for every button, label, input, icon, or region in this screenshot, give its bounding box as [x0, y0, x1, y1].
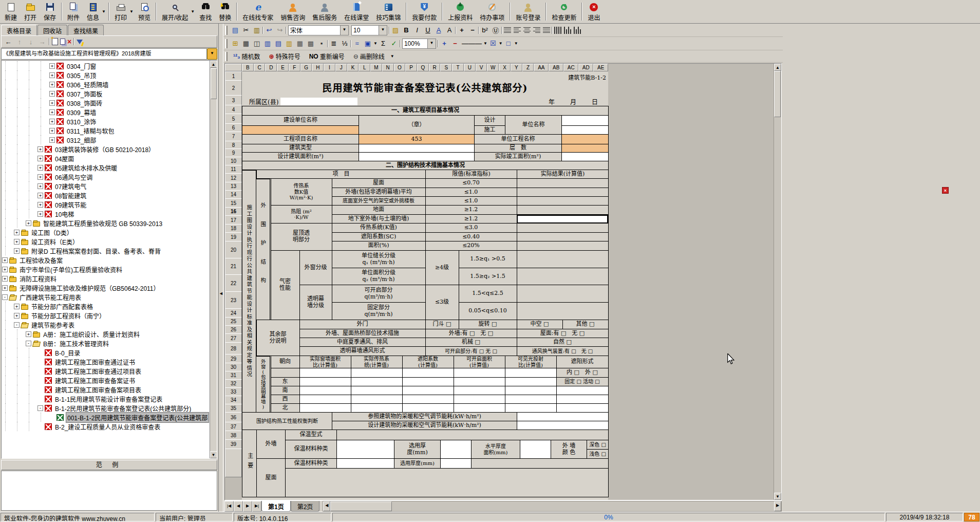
design-energy-value[interactable] [517, 421, 609, 430]
tree-item-label[interactable]: 广西建筑节能工程用表 [18, 292, 82, 302]
section1-header[interactable]: 一、建筑工程项目基本情况 [242, 106, 609, 116]
column-header-N[interactable]: N [382, 64, 394, 71]
column-header-D[interactable]: D [265, 64, 277, 71]
toolbar-grip[interactable] [225, 26, 228, 35]
forward-arrow-icon[interactable]: → [37, 38, 47, 46]
row-header-31[interactable]: 31 [225, 371, 242, 380]
merge-cells-icon[interactable]: ▦ [241, 39, 251, 49]
dropdown-arrow-icon[interactable]: ▼ [373, 41, 378, 46]
tree-item[interactable]: +附录D 工程档案案卷封面、目录、备考表、脊背 [2, 246, 210, 255]
unit-project-value[interactable] [562, 135, 609, 144]
dropdown-arrow-icon[interactable]: ▼ [102, 9, 106, 14]
scroll-left-icon[interactable]: ◀ [323, 501, 330, 511]
row-header-9[interactable]: 9 [225, 148, 242, 157]
data-cell[interactable] [454, 368, 505, 378]
split-cells-icon[interactable]: ◫ [252, 39, 262, 49]
template-selector[interactable]: 《房屋建筑与市政基础设施工程资料管理规程》2018房建版 ▼ [1, 48, 217, 60]
bridge-roof-cell[interactable]: 屋面:有 □ 无 □ [517, 329, 608, 338]
last-sheet-icon[interactable]: ▶| [252, 501, 261, 512]
tree-item[interactable]: +0312_细部 [2, 135, 210, 144]
font-effect-icon[interactable]: A [444, 25, 455, 35]
data-cell[interactable] [299, 378, 351, 386]
data-cell[interactable] [351, 386, 402, 395]
tree-item[interactable]: +建筑工程施工图审查备案证书 [2, 376, 210, 385]
roof-thickness-label[interactable]: 选用厚度(mm) [394, 459, 441, 469]
tree-item[interactable]: +0306_轻质隔墙 [2, 80, 210, 89]
tab-table-catalog[interactable]: 表格目录 [1, 25, 37, 35]
design-area-value[interactable] [359, 153, 475, 161]
sheet-hscrollbar[interactable]: ◀ ▶ [323, 501, 782, 512]
south-label[interactable]: 南 [271, 386, 299, 395]
tree-scrollbar[interactable]: ▲ ▼ [210, 61, 217, 458]
ref-energy-value[interactable] [517, 413, 609, 421]
insulation-material-value[interactable] [337, 440, 394, 459]
data-cell[interactable] [556, 395, 608, 404]
tree-item-label[interactable]: B册：施工技术管理资料 [42, 339, 110, 348]
door-d-cell[interactable]: 其他 □ [562, 320, 608, 329]
tab-recycle-bin[interactable]: 回收站 [37, 25, 67, 35]
font-color-icon[interactable]: A [434, 25, 444, 35]
template-selector-drop-icon[interactable]: ▼ [207, 48, 217, 60]
build-unit-label[interactable]: 建设单位名称 [242, 116, 359, 126]
data-cell[interactable] [454, 378, 505, 386]
row-header-36[interactable]: 36 [225, 412, 242, 422]
new-button[interactable]: 新建 [1, 1, 21, 23]
collapse-icon[interactable]: - [26, 341, 31, 346]
tree-item[interactable]: +10电梯 [2, 209, 210, 218]
insulation-type-label[interactable]: 保温型式 [286, 430, 337, 440]
item-header[interactable]: 项 目 [257, 170, 426, 179]
row-header-11[interactable]: 11 [225, 165, 242, 174]
tree-item-label[interactable]: 无障碍设施施工验收及维护规范（GB50642-2011） [18, 283, 161, 293]
fill-pattern-dropdown[interactable]: □ [503, 39, 514, 49]
collapse-icon[interactable]: - [37, 405, 43, 411]
heat-transfer-header[interactable]: 实际传热系 统(计算值) [351, 356, 402, 368]
dropdown-arrow-icon[interactable]: ▼ [427, 39, 436, 48]
align-justify-icon[interactable] [503, 26, 512, 35]
natural-cell[interactable]: 自然 □ [517, 338, 608, 347]
expand-icon[interactable]: + [37, 156, 43, 161]
diagonal-line-dropdown[interactable]: ☒ [488, 39, 498, 49]
expand-icon[interactable]: + [49, 137, 55, 143]
wall-label[interactable]: 外墙(包括非透明幕墙)平均 [332, 188, 425, 197]
expand-icon[interactable]: + [26, 220, 31, 226]
roof-trans-label[interactable]: 屋顶透 明部分 [271, 223, 332, 251]
decrease-size-icon[interactable]: − [467, 25, 478, 35]
form-title[interactable]: 民用建筑节能审查备案登记表(公共建筑部分) [242, 81, 608, 96]
data-cell[interactable] [454, 404, 505, 413]
column-header-F[interactable]: F [289, 64, 300, 71]
row-header-4[interactable]: 4 [225, 105, 242, 114]
kvalue-limit[interactable]: ≤3.0 [425, 223, 517, 233]
row-header-23[interactable]: 23 [225, 291, 242, 309]
tree-item-label[interactable]: 0312_细部 [66, 135, 97, 145]
tree-item[interactable]: -B-1-2民用建筑节能审查备案登记表(公共建筑部分) [2, 403, 210, 413]
panel-splitter[interactable]: ◄ [219, 24, 223, 512]
shading-coef-header[interactable]: 遮阳系数 (计算值) [402, 356, 454, 368]
tree-item[interactable]: +06通风与空调 [2, 172, 210, 181]
tree-item-label[interactable]: 竣工资料（E类） [30, 237, 80, 247]
expand-icon[interactable]: + [2, 257, 8, 263]
data-cell[interactable] [505, 404, 556, 413]
k-value-label[interactable]: 传热系 数K值 W/(m²·K) [271, 179, 332, 206]
kvalue-label[interactable]: 传热系统(K值) [332, 223, 425, 233]
column-header-V[interactable]: V [476, 64, 487, 71]
after-sales-button[interactable]: 售后服务 [309, 1, 341, 23]
vertical-text-icon[interactable] [553, 26, 562, 35]
expand-icon[interactable]: + [14, 239, 20, 245]
tree-item[interactable]: +B-1-1民用建筑节能设计审查备案登记表 [2, 394, 210, 403]
row-header-2[interactable]: 2 [225, 80, 242, 96]
data-cell[interactable] [402, 404, 454, 413]
shade-fixmove-cell[interactable]: 固定 □ 活动 □ [556, 378, 608, 386]
attachment-button[interactable]: 附件 [64, 1, 83, 23]
bridge-label[interactable]: 外墙、屋面热桥部位技术措施 [299, 329, 425, 338]
expand-icon[interactable]: + [49, 72, 55, 78]
grade4-cell[interactable]: ≥4级 [425, 251, 459, 285]
project-name-value[interactable]: 453 [359, 135, 475, 144]
column-header-M[interactable]: M [370, 64, 382, 71]
check-update-button[interactable]: 检查更新 [548, 1, 580, 23]
vent-device-cell[interactable]: 通风换气装置:有 □ 无 □ [517, 347, 608, 356]
down-arrow-icon[interactable]: ↓ [26, 38, 35, 46]
tree-item-label[interactable]: B-0_目录 [54, 348, 81, 358]
tree-item[interactable]: +无障碍设施施工验收及维护规范（GB50642-2011） [2, 283, 210, 292]
tree-item[interactable]: +0305_吊顶 [2, 70, 210, 80]
add-icon[interactable]: + [439, 39, 449, 49]
